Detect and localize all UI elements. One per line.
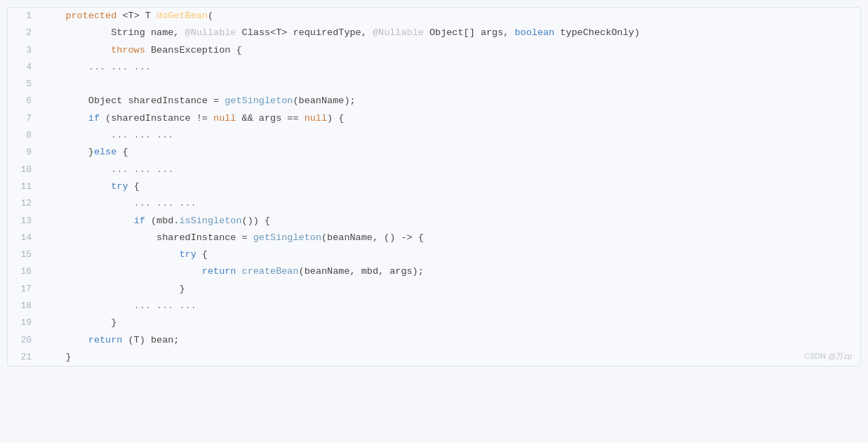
code-content: ... ... ... — [43, 161, 860, 178]
code-content: ... ... ... — [43, 298, 860, 315]
table-row: 1 protected <T> T doGetBean( — [8, 8, 860, 25]
code-content: ... ... ... — [43, 127, 860, 144]
table-row: 5 — [8, 76, 860, 93]
table-row: 11 try { — [8, 178, 860, 195]
table-row: 13 if (mbd.isSingleton()) { — [8, 213, 860, 230]
line-number: 19 — [8, 315, 43, 331]
table-row: 4 ... ... ... — [8, 59, 860, 76]
line-number: 14 — [8, 230, 43, 246]
table-row: 16 return createBean(beanName, mbd, args… — [8, 263, 860, 280]
code-content: try { — [43, 246, 860, 263]
code-content: } — [43, 281, 860, 298]
code-content: } — [43, 315, 860, 331]
table-row: 17 } — [8, 281, 860, 298]
table-row: 3 throws BeansException { — [8, 42, 860, 59]
table-row: 9 }else { — [8, 144, 860, 161]
line-number: 20 — [8, 332, 43, 349]
table-row: 19 } — [8, 315, 860, 331]
table-row: 21 } — [8, 349, 860, 366]
code-content: ... ... ... — [43, 59, 860, 76]
line-number: 15 — [8, 246, 43, 263]
line-number: 8 — [8, 127, 43, 144]
table-row: 14 sharedInstance = getSingleton(beanNam… — [8, 230, 860, 246]
line-number: 6 — [8, 93, 43, 110]
line-number: 16 — [8, 263, 43, 280]
code-content: } — [43, 349, 860, 366]
line-number: 13 — [8, 213, 43, 230]
table-row: 7 if (sharedInstance != null && args == … — [8, 110, 860, 127]
line-number: 2 — [8, 25, 43, 41]
code-content: protected <T> T doGetBean( — [43, 8, 860, 25]
table-row: 2 String name, @Nullable Class<T> requir… — [8, 25, 860, 41]
line-number: 1 — [8, 8, 43, 25]
code-content: try { — [43, 178, 860, 195]
table-row: 10 ... ... ... — [8, 161, 860, 178]
line-number: 11 — [8, 178, 43, 195]
line-number: 4 — [8, 59, 43, 76]
line-number: 9 — [8, 144, 43, 161]
line-number: 17 — [8, 281, 43, 298]
table-row: 6 Object sharedInstance = getSingleton(b… — [8, 93, 860, 110]
code-content: return createBean(beanName, mbd, args); — [43, 263, 860, 280]
code-content: throws BeansException { — [43, 42, 860, 59]
code-block: 1 protected <T> T doGetBean(2 String nam… — [7, 7, 861, 366]
line-number: 18 — [8, 298, 43, 315]
line-number: 7 — [8, 110, 43, 127]
line-number: 5 — [8, 76, 43, 93]
line-number: 10 — [8, 161, 43, 178]
watermark: CSDN @万zp — [804, 351, 852, 362]
code-content: }else { — [43, 144, 860, 161]
line-number: 21 — [8, 349, 43, 366]
code-table: 1 protected <T> T doGetBean(2 String nam… — [8, 8, 860, 366]
code-content — [43, 76, 860, 93]
table-row: 15 try { — [8, 246, 860, 263]
code-content: return (T) bean; — [43, 332, 860, 349]
table-row: 20 return (T) bean; — [8, 332, 860, 349]
line-number: 3 — [8, 42, 43, 59]
code-content: String name, @Nullable Class<T> required… — [43, 25, 860, 41]
table-row: 12 ... ... ... — [8, 195, 860, 212]
code-content: if (mbd.isSingleton()) { — [43, 213, 860, 230]
code-content: if (sharedInstance != null && args == nu… — [43, 110, 860, 127]
code-content: ... ... ... — [43, 195, 860, 212]
line-number: 12 — [8, 195, 43, 212]
table-row: 18 ... ... ... — [8, 298, 860, 315]
code-content: sharedInstance = getSingleton(beanName, … — [43, 230, 860, 246]
code-content: Object sharedInstance = getSingleton(bea… — [43, 93, 860, 110]
table-row: 8 ... ... ... — [8, 127, 860, 144]
